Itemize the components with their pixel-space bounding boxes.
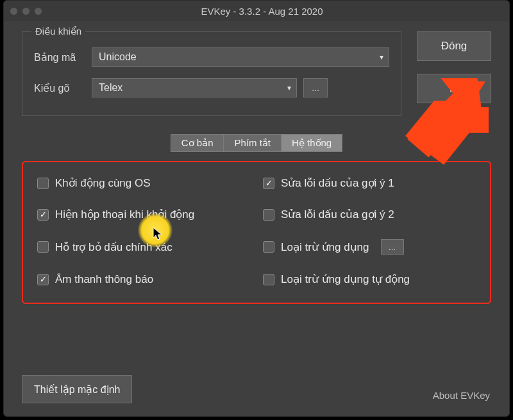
- checkbox-icon: [263, 241, 274, 253]
- option-start-with-os[interactable]: Khởi động cùng OS: [37, 176, 250, 190]
- app-window: EVKey - 3.3.2 - Aug 21 2020 Đóng Th Điều…: [3, 0, 510, 417]
- about-link[interactable]: About EVKey: [432, 387, 491, 403]
- checkbox-icon: [263, 209, 274, 221]
- typing-label: Kiểu gõ: [34, 82, 92, 94]
- checkbox-icon: [37, 178, 49, 189]
- checkbox-icon: [263, 178, 274, 189]
- option-exact-tone-removal[interactable]: Hỗ trợ bỏ dấu chính xác: [37, 239, 250, 255]
- option-fix-hint-1[interactable]: Sửa lỗi dấu của gợi ý 1: [263, 176, 476, 190]
- checkbox-icon: [263, 274, 274, 285]
- option-label: Loại trừ ứng dụng: [281, 240, 369, 254]
- option-exclude-apps[interactable]: Loại trừ ứng dụng ...: [263, 239, 476, 255]
- option-label: Khởi động cùng OS: [55, 176, 151, 190]
- option-auto-exclude-apps[interactable]: Loại trừ ứng dụng tự động: [263, 273, 476, 286]
- encoding-label: Bảng mã: [34, 51, 92, 63]
- control-legend: Điều khiển: [31, 26, 85, 37]
- option-label: Hiện hộp thoại khi khởi động: [55, 208, 194, 221]
- tab-basic[interactable]: Cơ bản: [171, 134, 224, 152]
- chevron-down-icon: ▾: [380, 53, 383, 62]
- tab-bar: Cơ bản Phím tắt Hệ thống: [22, 134, 491, 152]
- option-label: Loại trừ ứng dụng tự động: [281, 273, 410, 286]
- tab-shortcut[interactable]: Phím tắt: [223, 134, 281, 152]
- option-label: Sửa lỗi dấu của gợi ý 2: [281, 208, 394, 221]
- checkbox-icon: [37, 241, 49, 253]
- exclude-apps-more-button[interactable]: ...: [381, 239, 404, 255]
- checkbox-icon: [37, 274, 49, 285]
- close-button[interactable]: Đóng: [417, 31, 491, 61]
- traffic-close-icon[interactable]: [10, 8, 17, 15]
- typing-value: Telex: [99, 82, 122, 94]
- encoding-value: Unicode: [99, 51, 137, 63]
- control-groupbox: Điều khiển Bảng mã Unicode ▾ Kiểu gõ Tel…: [22, 31, 401, 116]
- options-panel: Khởi động cùng OS Sửa lỗi dấu của gợi ý …: [22, 161, 491, 304]
- typing-more-button[interactable]: ...: [303, 78, 328, 97]
- option-show-dialog-start[interactable]: Hiện hộp thoại khi khởi động: [37, 208, 250, 221]
- encoding-select[interactable]: Unicode ▾: [92, 47, 389, 67]
- option-fix-hint-2[interactable]: Sửa lỗi dấu của gợi ý 2: [263, 208, 476, 221]
- chevron-down-icon: ▾: [287, 83, 291, 92]
- typing-select[interactable]: Telex ▾: [92, 78, 297, 97]
- minimize-button[interactable]: Th: [417, 74, 491, 103]
- title-bar: EVKey - 3.3.2 - Aug 21 2020: [4, 1, 509, 21]
- option-sound-notify[interactable]: Âm thanh thông báo: [37, 273, 250, 286]
- checkbox-icon: [37, 209, 49, 221]
- option-label: Sửa lỗi dấu của gợi ý 1: [281, 176, 394, 190]
- content-area: Đóng Th Điều khiển Bảng mã Unicode ▾ Kiể…: [22, 31, 491, 403]
- window-title: EVKey - 3.3.2 - Aug 21 2020: [21, 6, 503, 17]
- defaults-button[interactable]: Thiết lập mặc định: [22, 375, 132, 403]
- option-label: Hỗ trợ bỏ dấu chính xác: [55, 240, 172, 254]
- tab-system[interactable]: Hệ thống: [281, 134, 342, 152]
- option-label: Âm thanh thông báo: [55, 273, 153, 286]
